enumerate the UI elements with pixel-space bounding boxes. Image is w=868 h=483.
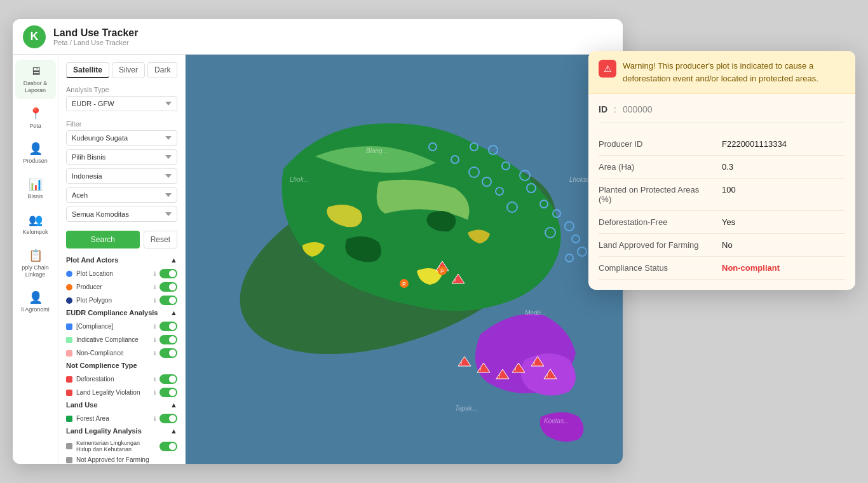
country-select[interactable]: Indonesia xyxy=(66,168,177,184)
plot-polygon-toggle[interactable] xyxy=(159,296,177,305)
tab-dark[interactable]: Dark xyxy=(147,62,177,78)
peta-icon: 📍 xyxy=(29,107,43,121)
peta-label: Peta xyxy=(29,123,41,130)
search-button[interactable]: Search xyxy=(66,231,140,248)
breadcrumb: Peta / Land Use Tracker xyxy=(53,39,138,46)
sidebar-item-bisnis[interactable]: 📊 Bisnis xyxy=(15,172,56,205)
warning-icon: ⚠ xyxy=(599,60,616,78)
layer-land-legality: Land Legality Violation ℹ xyxy=(66,388,177,397)
svg-text:Lhok...: Lhok... xyxy=(290,176,309,183)
map-svg: ! ! ! ! ! ! ! ! P xyxy=(186,55,623,464)
deforestation-toggle[interactable] xyxy=(159,374,177,384)
kelompok-label: Kelompok xyxy=(22,229,48,236)
sidebar-item-dasbor[interactable]: 🖥 Dasbor &Laporan xyxy=(15,60,56,99)
popup-body: ID : 000000 Producer ID F2220001113334 A… xyxy=(588,94,855,290)
producer-toggle[interactable] xyxy=(159,282,177,292)
not-approved-sq xyxy=(66,457,72,463)
kementerian-toggle[interactable] xyxy=(159,442,177,451)
pilih-bisnis-select[interactable]: Pilih Bisnis xyxy=(66,149,177,165)
app-body: 🖥 Dasbor &Laporan 📍 Peta 👤 Produsen 📊 Bi… xyxy=(13,55,623,464)
app-container: K Land Use Tracker Peta / Land Use Track… xyxy=(13,19,623,464)
svg-text:Koetas...: Koetas... xyxy=(544,418,569,425)
non-compliance-sq xyxy=(66,350,72,357)
indicative-sq xyxy=(66,337,72,343)
region-select[interactable]: Aceh xyxy=(66,187,177,203)
field-label-land-approved: Land Approved for Farming xyxy=(599,234,722,257)
popup-warning-banner: ⚠ Warning! This producer's plot is indic… xyxy=(588,51,855,94)
header-title-block: Land Use Tracker Peta / Land Use Tracker xyxy=(53,27,138,46)
app-logo: K xyxy=(23,25,46,48)
layer-plot-polygon: Plot Polygon ℹ xyxy=(66,296,177,305)
field-value-planted: 100 xyxy=(722,179,845,211)
plot-polygon-dot xyxy=(66,297,72,304)
svg-text:P: P xyxy=(440,268,444,275)
svg-text:!: ! xyxy=(454,278,456,283)
svg-text:Tapak...: Tapak... xyxy=(455,405,477,412)
non-compliance-toggle[interactable] xyxy=(159,348,177,358)
field-label-planted: Planted on Protected Areas (%) xyxy=(599,179,722,211)
eudr-label: EUDR Compliance Analysis xyxy=(66,309,158,316)
forest-area-sq xyxy=(66,416,72,422)
tab-satellite[interactable]: Satellite xyxy=(66,62,109,78)
popup-fields-grid: Producer ID F2220001113334 Area (Ha) 0.3… xyxy=(599,133,845,280)
plot-location-dot xyxy=(66,271,72,277)
compliance-toggle[interactable] xyxy=(159,322,177,331)
popup-id-row: ID : 000000 xyxy=(599,104,845,123)
sidebar-item-produsen[interactable]: 👤 Produsen xyxy=(15,137,56,170)
sidebar-item-kelompok[interactable]: 👥 Kelompok xyxy=(15,208,56,241)
commodity-select[interactable]: Semua Komoditas xyxy=(66,207,177,222)
produsen-label: Produsen xyxy=(23,158,48,165)
field-label-area: Area (Ha) xyxy=(599,156,722,179)
warning-text: Warning! This producer's plot is indicat… xyxy=(623,60,845,85)
land-use-chevron: ▲ xyxy=(170,401,177,409)
field-value-compliance-status: Non-compliant xyxy=(722,257,845,280)
svg-text:!: ! xyxy=(534,360,535,366)
eudr-section: EUDR Compliance Analysis ▲ xyxy=(66,309,177,316)
svg-text:!: ! xyxy=(499,373,500,379)
field-value-producer-id: F2220001113334 xyxy=(722,133,845,156)
svg-text:P: P xyxy=(402,281,406,287)
tab-silver[interactable]: Silver xyxy=(112,62,145,78)
not-complience-label: Not Complience Type xyxy=(66,362,137,369)
popup-id-label: ID xyxy=(599,104,607,114)
popup-id-value: 000000 xyxy=(623,104,653,114)
analysis-type-select[interactable]: EUDR - GFW xyxy=(66,96,177,111)
field-value-land-approved: No xyxy=(722,234,845,257)
app-header: K Land Use Tracker Peta / Land Use Track… xyxy=(13,19,623,55)
reset-button[interactable]: Reset xyxy=(144,231,177,248)
not-complience-section: Not Complience Type xyxy=(66,362,177,369)
field-value-area: 0.3 xyxy=(722,156,845,179)
supply-icon: 📋 xyxy=(29,248,43,262)
layer-deforestation: Deforestation ℹ xyxy=(66,374,177,384)
sidebar-item-supply[interactable]: 📋 pply ChainLinkage xyxy=(15,243,56,283)
layer-forest-area: Forest Area ℹ xyxy=(66,414,177,423)
layer-not-approved: Not Approved for Farming xyxy=(66,456,177,463)
layer-non-compliance: Non-Compliance ℹ xyxy=(66,348,177,358)
layer-indicative: Indicative Compliance ℹ xyxy=(66,335,177,344)
land-legality-analysis-section: Land Legality Analysis ▲ xyxy=(66,427,177,435)
land-legality-toggle[interactable] xyxy=(159,388,177,397)
land-legality-analysis-chevron: ▲ xyxy=(170,427,177,435)
svg-text:!: ! xyxy=(461,360,462,366)
filter-select[interactable]: Kudeungo Sugata xyxy=(66,130,177,146)
land-legality-analysis-label: Land Legality Analysis xyxy=(66,427,142,435)
eudr-chevron: ▲ xyxy=(170,309,177,316)
analysis-type-label: Analysis Type xyxy=(66,86,177,93)
svg-text:!: ! xyxy=(480,367,481,372)
layer-kementerian: Kementerian Lingkungan Hidup dan Kehutan… xyxy=(66,440,177,452)
agronomi-label: li Agronomi xyxy=(21,306,50,313)
bisnis-icon: 📊 xyxy=(29,177,43,191)
plot-location-toggle[interactable] xyxy=(159,269,177,278)
svg-text:Mede...: Mede... xyxy=(525,310,546,316)
sidebar-nav: 🖥 Dasbor &Laporan 📍 Peta 👤 Produsen 📊 Bi… xyxy=(13,55,58,464)
sidebar-item-peta[interactable]: 📍 Peta xyxy=(15,102,56,135)
indicative-toggle[interactable] xyxy=(159,335,177,344)
land-use-label: Land Use xyxy=(66,401,98,409)
svg-text:Blang...: Blang... xyxy=(366,147,388,154)
map-area[interactable]: ! ! ! ! ! ! ! ! P xyxy=(186,55,623,464)
svg-text:!: ! xyxy=(515,367,516,372)
plot-actors-label: Plot And Actors xyxy=(66,256,118,264)
forest-area-toggle[interactable] xyxy=(159,414,177,423)
sidebar-item-agronomi[interactable]: 👤 li Agronomi xyxy=(15,285,56,318)
land-legality-sq xyxy=(66,390,72,396)
